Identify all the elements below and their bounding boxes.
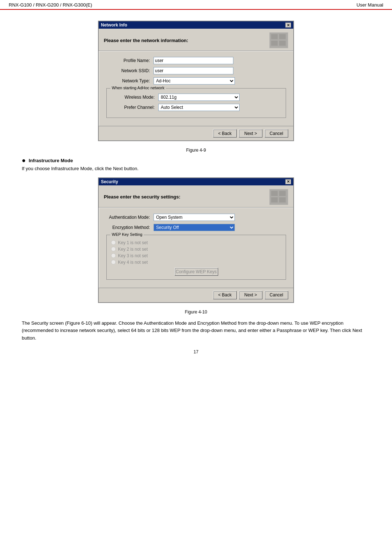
network-type-control: Ad-Hoc Infrastructure [154,77,286,85]
profile-name-control [154,57,286,64]
security-form: Authentication Mode: Open System Shared … [99,208,293,288]
key1-row: Key 1 is not set [111,240,281,245]
network-info-dialog: Network Info ✕ Please enter the network … [98,21,294,141]
network-info-title: Network Info [101,22,127,28]
page-number: 17 [22,349,370,354]
auth-mode-select[interactable]: Open System Shared Key WPA-PSK WPA2-PSK [154,214,235,221]
network-info-header-section: Please enter the network information: [99,29,293,51]
key1-radio[interactable] [111,240,116,245]
bullet-label: Infrastructure Mode [29,158,73,163]
header-model: RNX-G100 / RNX-G200 / RNX-G300(E) [9,2,92,8]
auth-mode-row: Authentication Mode: Open System Shared … [106,214,286,221]
encryption-method-select[interactable]: Security Off WEP 64-bit WEP 128-bit [154,224,235,231]
svg-rect-2 [279,34,286,39]
instruction-text: If you choose Infrastructure Mode, click… [22,165,370,172]
svg-rect-7 [279,191,286,196]
wep-content: Key 1 is not set Key 2 is not set Key 3 … [111,240,281,276]
key2-row: Key 2 is not set [111,247,281,252]
svg-rect-4 [279,41,286,46]
security-footer: < Back Next > Cancel [99,288,293,302]
encryption-method-control: Security Off WEP 64-bit WEP 128-bit [154,224,286,231]
profile-name-input[interactable] [154,57,233,64]
key4-row: Key 4 is not set [111,260,281,265]
key3-radio[interactable] [111,253,116,258]
key4-label: Key 4 is not set [118,260,148,265]
network-cancel-button[interactable]: Cancel [265,129,288,138]
adhoc-groupbox: When starting AdHoc network Wireless Mod… [106,88,286,118]
svg-rect-6 [271,191,278,196]
security-back-button[interactable]: < Back [213,291,237,299]
network-next-button[interactable]: Next > [239,129,262,138]
wireless-mode-label: Wireless Mode: [111,95,158,100]
configure-wep-button[interactable]: Configure WEP Keys [175,268,218,276]
key4-radio[interactable] [111,260,116,264]
wireless-mode-row: Wireless Mode: 802.11b 802.11g 802.11b/g [111,94,281,101]
wep-legend: WEP Key Setting [110,232,144,237]
figure2-caption: Figure 4-10 [22,309,370,315]
network-info-footer: < Back Next > Cancel [99,126,293,140]
network-type-row: Network Type: Ad-Hoc Infrastructure [106,77,286,85]
key3-label: Key 3 is not set [118,253,148,258]
prefer-channel-label: Prefer Channel: [111,105,158,110]
description-text: The Security screen (Figure 6-10) will a… [22,320,370,342]
security-close-button[interactable]: ✕ [285,179,291,184]
security-header-section: Please enter the security settings: [99,185,293,208]
svg-rect-3 [271,41,278,46]
network-ssid-control [154,67,286,74]
network-ssid-row: Network SSID: [106,67,286,74]
wireless-mode-select[interactable]: 802.11b 802.11g 802.11b/g [158,94,240,101]
network-info-header-text: Please enter the network information: [104,38,188,43]
auth-mode-label: Authentication Mode: [106,215,154,220]
wep-groupbox: WEP Key Setting Key 1 is not set Key 2 i… [106,235,286,280]
network-info-close-button[interactable]: ✕ [285,22,291,28]
header-manual: User Manual [356,2,383,8]
network-icon [269,32,288,48]
profile-name-label: Profile Name: [106,58,154,63]
network-type-select[interactable]: Ad-Hoc Infrastructure [154,77,235,85]
prefer-channel-control: Auto Select 1234 5678 91011 [158,104,281,111]
profile-name-row: Profile Name: [106,57,286,64]
security-icon [269,189,288,205]
adhoc-content: Wireless Mode: 802.11b 802.11g 802.11b/g… [111,94,281,111]
network-back-button[interactable]: < Back [213,129,237,138]
svg-rect-8 [271,197,278,202]
bullet-infrastructure: ● Infrastructure Mode [22,158,370,164]
figure1-caption: Figure 4-9 [22,148,370,153]
network-type-label: Network Type: [106,78,154,83]
auth-mode-control: Open System Shared Key WPA-PSK WPA2-PSK [154,214,286,221]
network-ssid-input[interactable] [154,67,233,74]
key2-radio[interactable] [111,247,116,251]
network-info-titlebar: Network Info ✕ [99,21,293,29]
encryption-method-row: Encryption Method: Security Off WEP 64-b… [106,224,286,231]
security-next-button[interactable]: Next > [239,291,262,299]
network-ssid-label: Network SSID: [106,68,154,73]
security-header-text: Please enter the security settings: [104,194,180,200]
network-info-form: Profile Name: Network SSID: Network Type… [99,51,293,126]
encryption-method-label: Encryption Method: [106,225,154,230]
wireless-mode-control: 802.11b 802.11g 802.11b/g [158,94,281,101]
prefer-channel-row: Prefer Channel: Auto Select 1234 5678 91… [111,104,281,111]
prefer-channel-select[interactable]: Auto Select 1234 5678 91011 [158,104,240,111]
svg-rect-1 [271,34,278,39]
bullet-dot: ● [22,157,26,164]
adhoc-legend: When starting AdHoc network [110,86,166,90]
key1-label: Key 1 is not set [118,240,148,245]
key2-label: Key 2 is not set [118,247,148,252]
page-header: RNX-G100 / RNX-G200 / RNX-G300(E) User M… [0,0,392,10]
page-body: Network Info ✕ Please enter the network … [0,10,392,365]
security-titlebar: Security ✕ [99,178,293,185]
security-cancel-button[interactable]: Cancel [265,291,288,299]
svg-rect-9 [279,197,286,202]
security-dialog: Security ✕ Please enter the security set… [98,177,294,303]
key3-row: Key 3 is not set [111,253,281,258]
security-title: Security [101,179,118,184]
